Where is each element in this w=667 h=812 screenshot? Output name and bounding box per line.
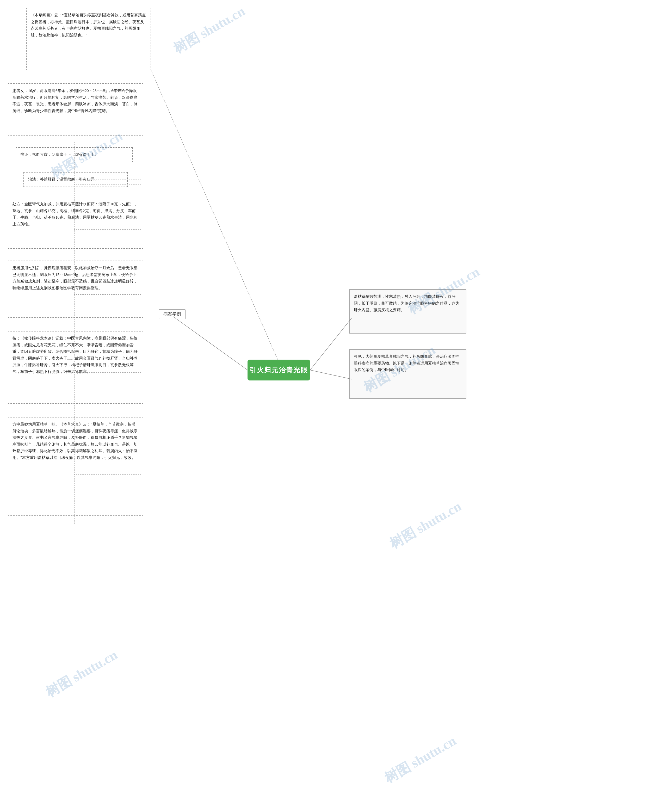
box-formula-comment: 方中最妙为用夏枯草一味。《本草求真》云：“夏枯草，辛苦微寒，按书所论治功，多言散… [8,417,143,516]
box-treatment-method: 治法：补益肝肾，温肾散寒，引火归元。 [23,172,128,187]
box-case-patient-text: 患者女，16岁，两眼隐痛6年余，双侧眼压20～23mmHg，6年来给予降眼压眼药… [13,89,138,113]
mind-map: 引火归元治青光眼 《本草纲目》云：“夏枯草治目珠疼至夜则甚者神效，或用苦寒药点之… [0,0,667,812]
svg-line-3 [173,317,247,370]
case-label-node: 病案举例 [159,309,186,319]
box-right-xia2: 可见，大剂量夏枯草禀纯阳之气，补厥阴血脉，是治疗顽固性眼科疾病的重要药物。以下是… [349,349,466,399]
box-treatment-method-text: 治法：补益肝肾，温肾散寒，引火归元。 [28,177,98,181]
box-anyu: 按：《秘传眼科龙木论》记载：中医青风内障，症见眼部偶有痛涩，头旋脑痛，或眼先见有… [8,331,143,404]
central-node-text: 引火归元治青光眼 [250,365,308,375]
box-syndrome-diff-text: 辨证：气血亏虚，阴寒盛于下，虚火炎于上。 [20,153,98,157]
box-right-xia1-text: 夏枯草辛散苦泄，性寒清热，独入肝经，功能清肝火，益肝阴，长于明目，兼可散结，为临… [354,294,460,312]
box-right-xia1: 夏枯草辛散苦泄，性寒清热，独入肝经，功能清肝火，益肝阴，长于明目，兼可散结，为临… [349,289,466,334]
watermark-6: 树图 shutu.cn [43,646,121,701]
box-case-patient: 患者女，16岁，两眼隐痛6年余，双侧眼压20～23mmHg，6年来给予降眼压眼药… [8,83,143,136]
box-right-xia2-text: 可见，大剂量夏枯草禀纯阳之气，补厥阴血脉，是治疗顽固性眼科疾病的重要药物。以下是… [354,354,460,372]
box-top-quote-text: 《本草纲目》云：“夏枯草治目珠疼至夜则甚者神效，或用苦寒药点之反甚者，亦神效。盖… [31,13,146,37]
box-followup: 患者服用七剂后，觉夜晚眼痛稍安，以此加减治疗一月余后，患者无眼部已无明显不适，测… [8,261,143,318]
box-followup-text: 患者服用七剂后，觉夜晚眼痛稍安，以此加减治疗一月余后，患者无眼部已无明显不适，测… [13,266,138,290]
central-node: 引火归元治青光眼 [247,360,310,380]
box-top-quote: 《本草纲目》云：“夏枯草治目珠疼至夜则甚者神效，或用苦寒药点之反甚者，亦神效。盖… [26,8,151,70]
case-label-text: 病案举例 [163,312,181,317]
watermark-5: 树图 shutu.cn [387,497,465,553]
box-syndrome-diff: 辨证：气血亏虚，阴寒盛于下，虚火炎于上。 [16,147,133,162]
box-anyu-text: 按：《秘传眼科龙木论》记载：中医青风内障，症见眼部偶有痛涩，头旋脑痛，或眼先见有… [13,336,138,374]
svg-line-5 [310,370,352,379]
box-prescription-text: 处方：金匮肾气丸加减，并用夏枯草煎汁水煎药：淡附子10克（先煎），熟地、玄参、山… [13,202,138,226]
svg-line-4 [310,318,352,370]
watermark-7: 树图 shutu.cn [381,732,460,787]
box-formula-comment-text: 方中最妙为用夏枯草一味。《本草求真》云：“夏枯草，辛苦微寒，按书所论治功，多言散… [13,422,138,460]
box-prescription: 处方：金匮肾气丸加减，并用夏枯草煎汁水煎药：淡附子10克（先煎），熟地、玄参、山… [8,197,143,249]
watermark-1: 树图 shutu.cn [170,2,248,58]
